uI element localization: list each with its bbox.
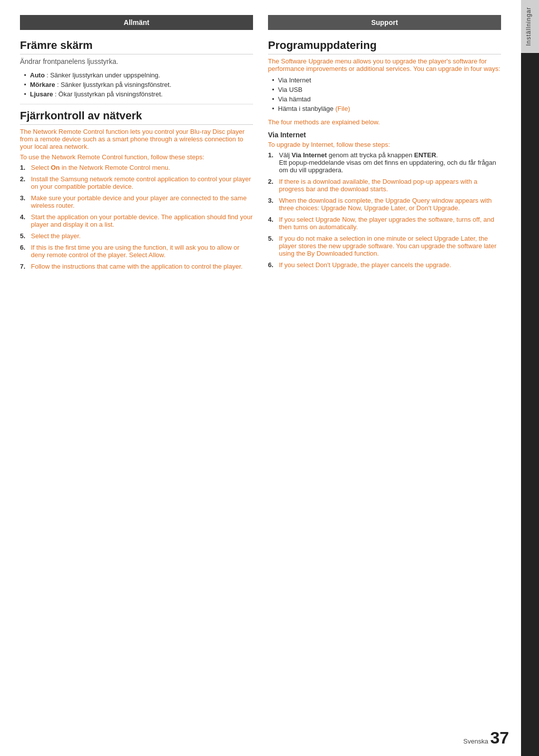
fjarr-step-4: 4. Start the application on your portabl… — [20, 213, 253, 228]
left-header: Allmänt — [20, 15, 253, 30]
two-col-layout: Allmänt Främre skärm Ändrar frontpanelen… — [20, 15, 501, 274]
upgrade-step-6: 6. If you select Don't Upgrade, the play… — [268, 261, 501, 269]
right-header: Support — [268, 15, 501, 30]
framre-bullet-list: Auto : Sänker ljusstyrkan under uppspeln… — [20, 70, 253, 99]
bullet-via-hamtad: Via hämtad — [272, 94, 501, 104]
section-title-program: Programuppdatering — [268, 39, 501, 54]
left-column: Allmänt Främre skärm Ändrar frontpanelen… — [20, 15, 253, 274]
footer-page-number: 37 — [490, 729, 509, 746]
side-tab: Inställningar — [521, 0, 539, 756]
program-outro: The four methods are explained below. — [268, 118, 501, 126]
section-title-fjarr: Fjärrkontroll av nätverk — [20, 109, 253, 125]
program-intro: The Software Upgrade menu allows you to … — [268, 57, 501, 72]
fjarr-step-7: 7. Follow the instructions that came wit… — [20, 263, 253, 270]
section-framre-skarm: Främre skärm Ändrar frontpanelens ljusst… — [20, 39, 253, 99]
upgrade-step-2: 2. If there is a download available, the… — [268, 178, 501, 193]
bullet-via-file: Hämta i stanbyläge (File) — [272, 104, 501, 113]
section-fjarrkontroll: Fjärrkontroll av nätverk The Network Rem… — [20, 109, 253, 270]
main-content: Allmänt Främre skärm Ändrar frontpanelen… — [0, 0, 521, 756]
bullet-via-usb: Via USB — [272, 85, 501, 94]
footer-language: Svenska — [463, 738, 488, 745]
fjarr-step-6: 6. If this is the first time you are usi… — [20, 244, 253, 259]
bullet-auto: Auto : Sänker ljusstyrkan under uppspeln… — [24, 70, 253, 80]
fjarr-intro2: To use the Network Remote Control functi… — [20, 153, 253, 161]
bullet-morkare: Mörkare : Sänker ljusstyrkan på visnings… — [24, 80, 253, 89]
upgrade-step-1: 1. Välj Via Internet genom att trycka på… — [268, 151, 501, 174]
fjarr-intro1: The Network Remote Control function lets… — [20, 128, 253, 150]
upgrade-step-4: 4. If you select Upgrade Now, the player… — [268, 216, 501, 231]
right-column: Support Programuppdatering The Software … — [268, 15, 501, 274]
fjarr-step-5: 5. Select the player. — [20, 232, 253, 240]
upgrade-step-3: 3. When the download is complete, the Up… — [268, 197, 501, 212]
program-bullets: Via Internet Via USB Via hämtad Hämta i … — [268, 75, 501, 113]
via-internet-intro: To upgrade by Internet, follow these ste… — [268, 141, 501, 148]
upgrade-step-5: 5. If you do not make a selection in one… — [268, 235, 501, 257]
bullet-via-internet: Via Internet — [272, 75, 501, 85]
fjarr-step-2: 2. Install the Samsung network remote co… — [20, 175, 253, 190]
section-title-framre: Främre skärm — [20, 39, 253, 54]
section-programuppdatering: Programuppdatering The Software Upgrade … — [268, 39, 501, 269]
bullet-ljusare: Ljusare : Ökar ljusstyrkan på visningsfö… — [24, 89, 253, 99]
via-internet-steps: 1. Välj Via Internet genom att trycka på… — [268, 151, 501, 269]
page-container: Inställningar Allmänt Främre skärm Ändra… — [0, 0, 539, 756]
fjarr-step-3: 3. Make sure your portable device and yo… — [20, 194, 253, 209]
via-internet-heading: Via Internet — [268, 131, 501, 139]
fjarr-steps-list: 1. Select On in the Network Remote Contr… — [20, 164, 253, 270]
page-footer: Svenska 37 — [463, 729, 509, 746]
section-subtitle-framre: Ändrar frontpanelens ljusstyrka. — [20, 57, 253, 65]
side-tab-label: Inställningar — [521, 0, 539, 53]
fjarr-step-1: 1. Select On in the Network Remote Contr… — [20, 164, 253, 171]
side-tab-black — [521, 53, 539, 756]
